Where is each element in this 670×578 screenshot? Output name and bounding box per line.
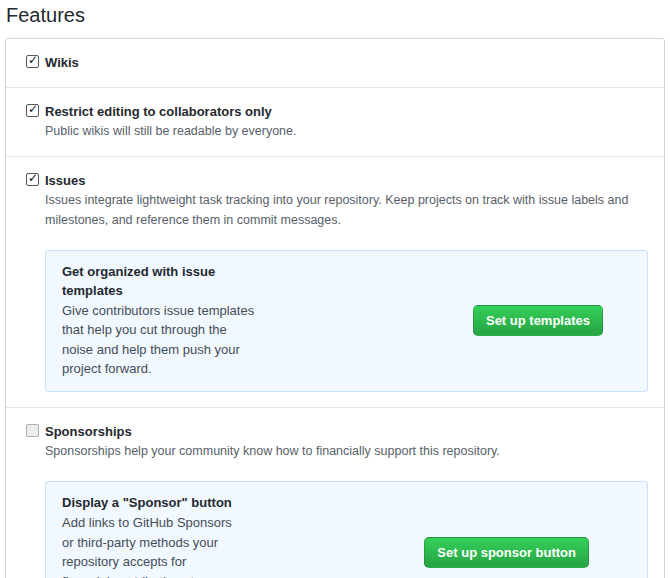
issues-checkbox[interactable]: [26, 173, 39, 186]
issue-templates-promo-box: Get organized with issue templates Give …: [45, 250, 648, 392]
sponsor-promo-description: Add links to GitHub Sponsors or third-pa…: [62, 513, 235, 578]
issue-templates-promo-title: Get organized with issue templates: [62, 263, 259, 301]
feature-row-wikis: Wikis: [6, 39, 664, 87]
wikis-label: Wikis: [45, 54, 79, 72]
sponsor-button-promo-box: Display a "Sponsor" button Add links to …: [45, 481, 648, 578]
issue-templates-promo-description: Give contributors issue templates that h…: [62, 301, 259, 379]
issues-note: Issues integrate lightweight task tracki…: [45, 191, 645, 230]
set-up-sponsor-button[interactable]: Set up sponsor button: [424, 537, 589, 568]
restrict-editing-label: Restrict editing to collaborators only: [45, 103, 272, 121]
issues-label: Issues: [45, 172, 85, 190]
features-box: Wikis Restrict editing to collaborators …: [5, 38, 665, 578]
sponsorships-checkbox[interactable]: [26, 424, 39, 437]
sponsor-promo-title: Display a "Sponsor" button: [62, 494, 235, 513]
wikis-checkbox[interactable]: [26, 55, 39, 68]
set-up-templates-button[interactable]: Set up templates: [473, 305, 603, 336]
feature-row-restrict-editing: Restrict editing to collaborators only P…: [6, 87, 664, 156]
restrict-editing-note: Public wikis will still be readable by e…: [45, 122, 645, 141]
page-title: Features: [6, 3, 665, 28]
sponsorships-note: Sponsorships help your community know ho…: [45, 442, 645, 461]
features-settings-page: Features Wikis Restrict editing to colla…: [0, 0, 670, 578]
feature-row-issues: Issues Issues integrate lightweight task…: [6, 156, 664, 406]
sponsorships-label: Sponsorships: [45, 423, 132, 441]
restrict-editing-checkbox[interactable]: [26, 104, 39, 117]
feature-row-sponsorships: Sponsorships Sponsorships help your comm…: [6, 407, 664, 578]
